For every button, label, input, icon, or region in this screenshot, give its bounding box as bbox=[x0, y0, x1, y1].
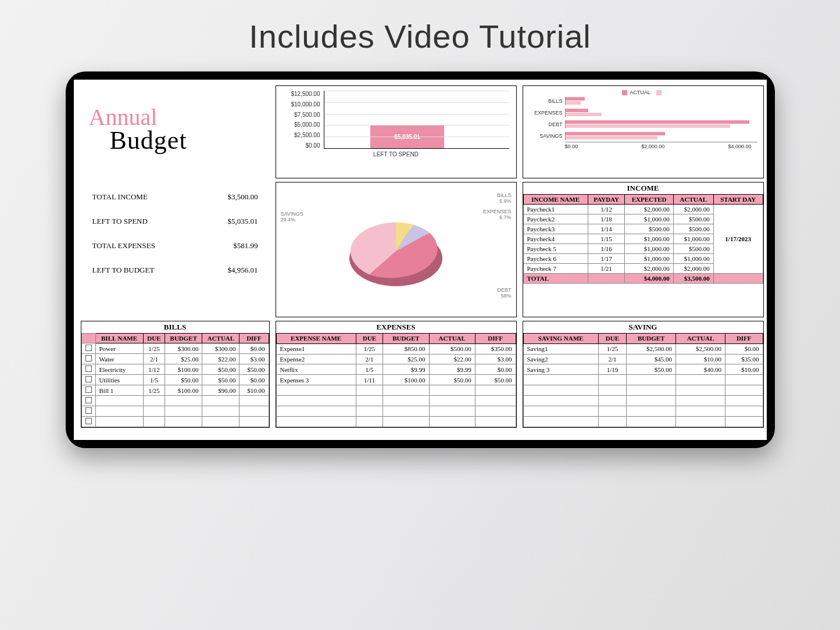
summary-label: TOTAL EXPENSES bbox=[92, 241, 155, 250]
table-row: Paycheck11/12$2,000.00$2,000.001/17/2023 bbox=[523, 205, 763, 214]
summary-value: $5,035.01 bbox=[228, 217, 258, 226]
col-header: BILL NAME bbox=[95, 334, 143, 343]
income-start-day: 1/17/2023 bbox=[713, 205, 763, 274]
expenses-panel: EXPENSES EXPENSE NAMEDUEBUDGETACTUALDIFF… bbox=[276, 321, 517, 428]
summary-value: $3,500.00 bbox=[228, 192, 258, 202]
tablet-frame: Annual Budget $12,500.00$10,000.00$7,500… bbox=[66, 71, 775, 448]
table-row bbox=[276, 385, 516, 396]
table-row: Water2/1$25.00$22.00$3.00 bbox=[81, 354, 269, 364]
summary-value: $4,956.01 bbox=[228, 266, 258, 275]
table-row: Power1/25$300.00$300.00$0.00 bbox=[81, 343, 269, 354]
table-row bbox=[523, 417, 763, 427]
income-header: INCOME NAME bbox=[523, 195, 588, 205]
expenses-table: EXPENSE NAMEDUEBUDGETACTUALDIFFExpense11… bbox=[276, 333, 516, 427]
saving-title: SAVING bbox=[523, 321, 763, 333]
col-header: SAVING NAME bbox=[523, 334, 598, 344]
actual-hbar-chart: ACTUAL BILLSEXPENSESDEBTSAVINGS $0.00$2,… bbox=[523, 85, 764, 178]
income-header: START DAY bbox=[713, 195, 763, 205]
income-title: INCOME bbox=[523, 182, 763, 194]
row-checkbox[interactable] bbox=[85, 407, 92, 414]
spreadsheet-screen: Annual Budget $12,500.00$10,000.00$7,500… bbox=[74, 80, 767, 440]
col-header: ACTUAL bbox=[676, 334, 725, 344]
summary-value: $581.99 bbox=[233, 241, 258, 250]
table-row: Saving 31/19$50.00$40.00$10.00 bbox=[523, 364, 763, 375]
table-row bbox=[523, 396, 763, 406]
bills-table: BILL NAMEDUEBUDGETACTUALDIFFPower1/25$30… bbox=[81, 333, 269, 427]
income-table: INCOME NAMEPAYDAYEXPECTEDACTUALSTART DAY… bbox=[523, 194, 763, 284]
saving-panel: SAVING SAVING NAMEDUEBUDGETACTUALDIFFSav… bbox=[523, 321, 764, 428]
hbar-x-ticks: $0.00$2,000.00$4,000.00 bbox=[565, 142, 757, 149]
col-header: BUDGET bbox=[383, 334, 429, 344]
col-header: DIFF bbox=[475, 334, 516, 344]
table-row: Electricity1/12$100.00$50.00$50.00 bbox=[81, 364, 269, 375]
hbar-category: EXPENSES bbox=[529, 110, 565, 116]
table-row: Netflix1/5$9.99$9.99$0.00 bbox=[276, 364, 516, 375]
income-header: EXPECTED bbox=[625, 195, 673, 205]
table-row: Expense22/1$25.00$22.00$3.00 bbox=[276, 354, 516, 364]
col-header: DUE bbox=[356, 334, 383, 344]
row-checkbox[interactable] bbox=[85, 355, 92, 361]
col-header: DIFF bbox=[240, 334, 269, 343]
saving-table: SAVING NAMEDUEBUDGETACTUALDIFFSaving11/2… bbox=[523, 333, 763, 427]
pie-chart: SAVINGS29.4% BILLS5.9% EXPENSES6.7% DEBT… bbox=[276, 182, 517, 317]
table-row bbox=[523, 406, 763, 417]
col-header: EXPENSE NAME bbox=[276, 334, 356, 344]
bar-y-ticks: $12,500.00$10,000.00$7,500.00$5,000.00$2… bbox=[283, 91, 320, 149]
income-total-row: TOTAL$4,000.00$3,500.00 bbox=[523, 274, 763, 284]
summary-panel: TOTAL INCOME$3,500.00LEFT TO SPEND$5,035… bbox=[81, 182, 270, 317]
table-row: Expenses 31/11$100.00$50.00$50.00 bbox=[276, 375, 516, 385]
table-row: Expense11/25$850.00$500.00$350.00 bbox=[276, 343, 516, 354]
summary-label: LEFT TO SPEND bbox=[92, 217, 148, 226]
col-header: ACTUAL bbox=[202, 334, 240, 343]
table-row bbox=[81, 417, 269, 427]
table-row bbox=[523, 385, 763, 396]
page-headline: Includes Video Tutorial bbox=[249, 17, 591, 55]
pie-label-expenses: EXPENSES6.7% bbox=[483, 209, 512, 221]
pie-label-bills: BILLS5.9% bbox=[497, 193, 512, 205]
table-row: Utilities1/5$50.00$50.00$0.00 bbox=[81, 375, 269, 385]
income-header: ACTUAL bbox=[673, 195, 713, 205]
col-header: DIFF bbox=[725, 334, 763, 344]
col-header: BUDGET bbox=[627, 334, 676, 344]
col-header: DUE bbox=[598, 334, 627, 344]
pie-label-savings: SAVINGS29.4% bbox=[281, 212, 303, 223]
row-checkbox[interactable] bbox=[85, 376, 92, 382]
table-row bbox=[276, 417, 516, 427]
table-row: Bill 11/25$100.00$90.00$10.00 bbox=[81, 385, 269, 396]
hbar-legend: ACTUAL bbox=[529, 90, 757, 95]
summary-label: TOTAL INCOME bbox=[92, 192, 148, 202]
table-row bbox=[276, 406, 516, 417]
row-checkbox[interactable] bbox=[85, 418, 92, 424]
col-header: DUE bbox=[143, 334, 165, 343]
expenses-title: EXPENSES bbox=[276, 321, 516, 333]
hbar-category: BILLS bbox=[529, 98, 565, 104]
table-row bbox=[81, 406, 269, 417]
logo-script: Annual bbox=[89, 109, 270, 126]
income-header: PAYDAY bbox=[588, 195, 625, 205]
table-row: Saving22/1$45.00$10.00$35.00 bbox=[523, 354, 763, 364]
hbar-category: DEBT bbox=[529, 121, 565, 127]
logo-serif: Budget bbox=[110, 126, 270, 155]
bar-x-label: LEFT TO SPEND bbox=[283, 151, 509, 158]
row-checkbox[interactable] bbox=[85, 366, 92, 372]
left-to-spend-chart: $12,500.00$10,000.00$7,500.00$5,000.00$2… bbox=[276, 85, 517, 178]
row-checkbox[interactable] bbox=[85, 397, 92, 403]
table-row bbox=[81, 396, 269, 406]
income-table-panel: INCOME INCOME NAMEPAYDAYEXPECTEDACTUALST… bbox=[523, 182, 764, 317]
col-header: ACTUAL bbox=[429, 334, 475, 344]
logo-panel: Annual Budget bbox=[81, 85, 270, 178]
summary-label: LEFT TO BUDGET bbox=[92, 266, 155, 275]
table-row bbox=[523, 375, 763, 385]
bills-title: BILLS bbox=[81, 321, 269, 333]
table-row bbox=[276, 396, 516, 406]
row-checkbox[interactable] bbox=[85, 386, 92, 393]
table-row: Saving11/25$2,500.00$2,500.00$0.00 bbox=[523, 343, 763, 354]
row-checkbox[interactable] bbox=[85, 345, 92, 351]
hbar-category: SAVINGS bbox=[529, 133, 565, 139]
pie-label-debt: DEBT58% bbox=[497, 288, 511, 299]
bills-panel: BILLS BILL NAMEDUEBUDGETACTUALDIFFPower1… bbox=[81, 321, 270, 428]
col-header: BUDGET bbox=[165, 334, 202, 343]
